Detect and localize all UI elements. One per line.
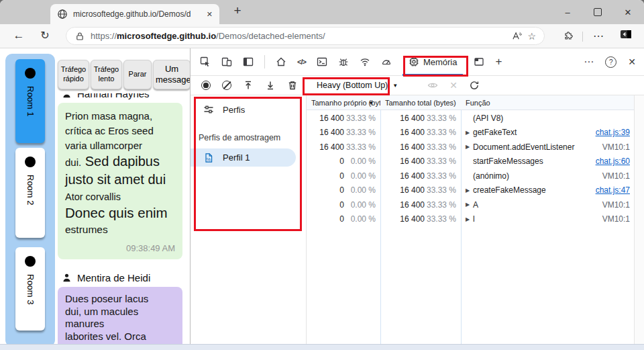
sidebar-toggle-icon[interactable] <box>620 30 632 39</box>
svg-text:%: % <box>207 156 211 162</box>
table-row[interactable]: 00.00 % 16 40033.33 % (anónimo)VM10:1 <box>307 169 635 183</box>
toolbar-divider <box>582 32 583 42</box>
col-header-self-size[interactable]: Tamanho próprio (bytes) ▼ <box>307 95 380 110</box>
memory-tab-label: Memória <box>423 57 458 67</box>
source-link[interactable]: chat.js:47 <box>596 185 635 195</box>
table-row[interactable]: 16 40033.33 % 16 40033.33 % ▶getFakeText… <box>307 126 635 140</box>
source-link[interactable]: VM10:1 <box>602 200 635 210</box>
delete-profile-trash-icon[interactable] <box>287 80 298 91</box>
room-dot-icon <box>25 256 36 267</box>
eye-inspect-icon-disabled <box>427 80 438 91</box>
memory-toolbar: Heavy (Bottom Up) ▼ ✕ <box>191 76 644 95</box>
tab-close-icon[interactable]: ✕ <box>207 10 213 19</box>
browser-toolbar: ← ↻ https://microsoftedge.github.io/Demo… <box>0 24 644 48</box>
memory-tab[interactable]: Memória <box>402 48 464 76</box>
profiles-header[interactable]: Perfis <box>203 104 306 115</box>
chat-bubble: Dues poseur lacus dui, um macules manure… <box>58 287 182 350</box>
refresh-icon[interactable] <box>469 80 480 91</box>
extensions-icon[interactable] <box>564 30 574 40</box>
memory-chip-icon <box>409 56 419 67</box>
devtools-close-icon[interactable]: ✕ <box>628 56 636 67</box>
browser-tab[interactable]: microsoftedge.github.io/Demos/d ✕ <box>50 4 219 24</box>
rooms-sidebar: Room 1 Room 2 Room 3 <box>5 54 55 347</box>
sources-code-icon[interactable]: </> <box>297 58 306 66</box>
profiles-sidebar: Perfis Perfis de amostragem % Perfil 1 <box>191 95 307 345</box>
activity-bar-icon[interactable] <box>243 56 254 67</box>
minimize-button[interactable]: – <box>559 6 576 18</box>
profile-document-icon: % <box>203 152 214 163</box>
sort-desc-icon: ▼ <box>368 100 374 106</box>
source-link[interactable]: VM10:1 <box>602 214 635 224</box>
source-link[interactable]: chat.js:60 <box>596 157 635 166</box>
expand-caret-icon[interactable]: ▶ <box>466 202 473 208</box>
title-bar: microsoftedge.github.io/Demos/d ✕ + – ✕ <box>0 0 644 24</box>
welcome-home-icon[interactable] <box>276 56 286 67</box>
table-row[interactable]: 00.00 % 16 40033.33 % ▶lVM10:1 <box>307 212 635 227</box>
inspect-element-icon[interactable] <box>200 56 211 67</box>
profile-view-dropdown[interactable]: Heavy (Bottom Up) ▼ <box>311 78 404 93</box>
back-button[interactable]: ← <box>11 29 26 42</box>
col-header-function[interactable]: Função <box>461 95 635 110</box>
source-link[interactable]: chat.js:39 <box>596 128 635 137</box>
download-profile-icon[interactable] <box>265 80 276 91</box>
devtools-more-icon[interactable]: ⋯ <box>584 56 594 68</box>
room-2-tab[interactable]: Room 2 <box>15 148 45 238</box>
device-emulation-icon[interactable] <box>221 56 232 67</box>
new-tab-button[interactable]: + <box>229 3 246 18</box>
upload-profile-icon[interactable] <box>243 80 254 91</box>
table-row[interactable]: 16 40033.33 % 16 40033.33 % ▶Document.ad… <box>307 140 635 155</box>
panel-layout-icon[interactable] <box>474 56 484 67</box>
expand-caret-icon[interactable]: ▶ <box>466 130 473 136</box>
stop-button[interactable]: Parar <box>123 60 152 89</box>
read-aloud-icon[interactable] <box>512 31 522 41</box>
maximize-button[interactable] <box>589 6 606 18</box>
room-2-label: Room 2 <box>25 175 36 206</box>
devtools-panel: </> Memória + <box>190 48 644 350</box>
table-row[interactable]: 00.00 % 16 40033.33 % ▶AVM10:1 <box>307 198 635 212</box>
room-1-tab[interactable]: Room 1 <box>15 59 45 143</box>
source-link[interactable]: VM10:1 <box>602 171 635 181</box>
profile-1-item[interactable]: % Perfil 1 <box>191 148 296 167</box>
expand-caret-icon[interactable]: ▶ <box>466 144 473 150</box>
globe-icon <box>57 9 68 19</box>
network-wifi-icon[interactable] <box>360 56 370 67</box>
deselect-icon-disabled: ✕ <box>449 80 458 91</box>
clear-profiles-button[interactable] <box>222 81 231 90</box>
bug-debug-icon[interactable] <box>338 56 349 67</box>
settings-more-icon[interactable]: ⋯ <box>593 30 604 42</box>
dropdown-arrow-icon: ▼ <box>392 83 398 89</box>
room-dot-icon <box>25 68 36 79</box>
close-window-button[interactable]: ✕ <box>619 6 637 18</box>
memory-panel-body: Perfis Perfis de amostragem % Perfil 1 T… <box>191 95 644 345</box>
console-icon[interactable] <box>317 56 327 67</box>
traffic-buttons: Tráfego rápido Tráfego lento Parar Um me… <box>58 60 190 89</box>
profile-table: Tamanho próprio (bytes) ▼ Tamanho total … <box>307 95 644 345</box>
col-header-total-size[interactable]: Tamanho total (bytes) <box>380 95 461 110</box>
favorite-star-icon[interactable]: ☆ <box>527 31 536 42</box>
record-profile-button[interactable] <box>201 81 211 90</box>
message-author: Hannah Haynes <box>62 93 190 99</box>
table-row[interactable]: 00.00 % 16 40033.33 % ▶createFakeMessage… <box>307 183 635 198</box>
fast-traffic-button[interactable]: Tráfego rápido <box>58 60 89 89</box>
slow-traffic-button[interactable]: Tráfego lento <box>91 60 122 89</box>
tabbar-divider <box>264 55 265 69</box>
address-bar[interactable]: https://microsoftedge.github.io/Demos/de… <box>66 27 545 45</box>
help-icon[interactable]: ? <box>605 56 616 68</box>
message-timestamp: 09:38:49 AM <box>65 243 175 253</box>
source-link[interactable]: VM10:1 <box>602 142 635 152</box>
page-content: Room 1 Room 2 Room 3 Tráfego rápido Tráf… <box>0 48 190 350</box>
table-row[interactable]: 16 40033.33 % 16 40033.33 % (API V8) <box>307 111 635 126</box>
performance-gauge-icon[interactable] <box>381 56 392 67</box>
message-author: Mentira de Heidi <box>62 272 190 283</box>
expand-caret-icon[interactable]: ▶ <box>466 216 473 222</box>
table-row[interactable]: 00.00 % 16 40033.33 % startFakeMessagesc… <box>307 155 635 169</box>
table-scrollbar[interactable] <box>634 95 644 345</box>
person-avatar-icon <box>62 273 72 283</box>
one-message-button[interactable]: Um message <box>153 60 190 89</box>
expand-caret-icon[interactable]: ▶ <box>466 187 473 193</box>
room-1-label: Room 1 <box>25 86 36 117</box>
add-panel-button[interactable]: + <box>495 55 502 69</box>
chat-bubble: Prion masa magna, crítica ac Eros seed v… <box>58 103 182 259</box>
reload-button[interactable]: ↻ <box>38 29 52 42</box>
room-3-tab[interactable]: Room 3 <box>15 247 45 331</box>
